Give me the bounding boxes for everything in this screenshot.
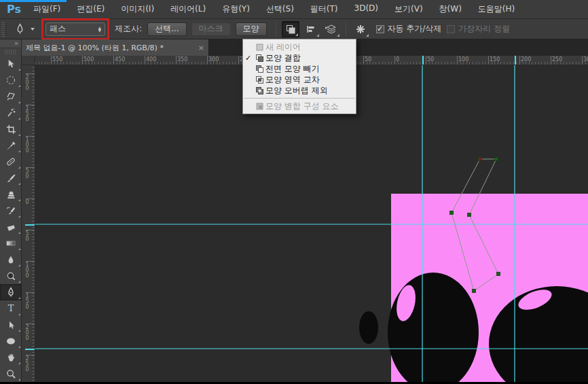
options-bar: 패스 ▲▼ 제조사: 선택... 마스크 모양 ✓ 자동 추가/ [0,19,588,39]
flyout-corner-icon [18,281,20,283]
flyout-corner-icon [18,85,20,87]
path-anchor [479,158,482,161]
gradient-tool[interactable] [0,235,22,251]
blur-tool[interactable] [0,251,22,268]
tools-panel: » T [0,39,22,384]
path-operations-menu: 새 레이어✓모양 결합전면 모양 빼기모양 영역 교차모양 오버랩 제외모양 병… [242,39,356,114]
tool-preset-caret-icon[interactable] [31,28,35,31]
checkbox-unchecked-icon [447,25,455,33]
window-accent-strip [0,0,67,2]
h-ruler-label: 450 [115,56,125,63]
collapse-panel-button[interactable]: » [0,39,21,48]
flyout-corner-icon [18,167,20,169]
ruler-corner[interactable] [22,56,35,65]
align-icon[interactable] [302,21,320,37]
elliptical-marquee-tool[interactable] [0,72,22,88]
flyout-corner-icon [18,150,20,152]
auto-add-delete-option[interactable]: ✓ 자동 추가/삭제 [376,23,442,35]
path-anchor [495,158,498,161]
intersect-shape-areas-icon [253,75,265,84]
hand-tool[interactable] [0,349,22,366]
menu-item-4[interactable]: 유형(Y) [222,3,250,15]
dodge-tool[interactable] [0,268,22,284]
spot-healing-brush-tool[interactable] [0,154,22,170]
h-ruler-label: 100 [458,56,468,63]
pen-icon[interactable] [10,21,29,37]
combine-shapes-icon [253,54,265,63]
h-ruler-label: 250 [552,56,562,63]
menu-item-3[interactable]: 레이어(L) [170,3,206,15]
clone-stamp-tool[interactable] [0,186,22,203]
path-anchor [468,213,471,217]
magic-wand-tool[interactable] [0,105,22,121]
menu-item-9[interactable]: 창(W) [439,3,462,15]
menu-item-1[interactable]: 편집(E) [77,3,105,15]
eyedropper-tool[interactable] [0,137,22,154]
v-ruler-label: 50 [24,169,30,179]
flyout-corner-icon [18,101,20,103]
red-highlight-box: 패스 ▲▼ [41,18,109,40]
v-ruler-label: 100 [24,262,30,279]
menu-item-3[interactable]: 모양 영역 교차 [243,74,356,85]
flyout-corner-icon [18,183,20,185]
v-ruler-label: 150 [24,294,30,310]
menu-item-2[interactable]: 이미지(I) [121,3,154,15]
path-anchor [473,290,476,293]
path-selection-tool[interactable] [0,317,22,333]
auto-add-delete-label: 자동 추가/삭제 [388,23,442,35]
tool-mode-select[interactable]: 패스 ▲▼ [45,22,105,36]
photoshop-logo: Ps [7,3,21,16]
flyout-corner-icon [18,118,20,120]
new-layer-icon [253,43,265,52]
svg-text:T: T [8,304,14,313]
gear-icon[interactable] [352,21,369,37]
menu-item-1[interactable]: ✓모양 결합 [243,52,356,63]
menu-item-0: 새 레이어 [243,41,356,52]
menu-item-label: 새 레이어 [265,41,301,53]
document-tab[interactable]: 제목 없음-1 @ 100% (타원 1, RGB/8) * × [22,39,209,56]
select-button[interactable]: 선택... [147,22,186,36]
h-ruler-label: 300 [583,56,588,63]
brush-tool[interactable] [0,170,22,186]
merge-shape-components-icon [253,102,265,111]
menu-item-2[interactable]: 전면 모양 빼기 [243,63,356,74]
menu-item-7[interactable]: 3D(D) [354,3,378,15]
history-brush-tool[interactable] [0,203,22,219]
v-ruler-label: 50 [24,231,30,242]
menu-item-8[interactable]: 보기(V) [394,3,423,15]
h-ruler-label: 0 [396,56,399,63]
flyout-corner-icon [18,232,20,234]
lasso-tool[interactable] [0,88,22,105]
close-icon[interactable]: × [198,43,204,52]
h-ruler-label: 350 [177,56,187,63]
menu-item-10[interactable]: 도움말(H) [478,3,515,15]
vertical-ruler[interactable]: 20015010050050100150200250300 [22,65,35,384]
h-ruler-label: 300 [208,56,219,63]
photoshop-window: Ps 파일(F)편집(E)이미지(I)레이어(L)유형(Y)선택(S)필터(T)… [0,0,588,384]
align-edges-option: 가장자리 정렬 [447,23,510,35]
guide-marker [25,224,35,226]
menu-item-0[interactable]: 파일(F) [33,3,60,15]
shape-button[interactable]: 모양 [236,22,267,36]
menu-items: 파일(F)편집(E)이미지(I)레이어(L)유형(Y)선택(S)필터(T)3D(… [33,3,531,15]
flyout-corner-icon [18,330,20,332]
zoom-tool[interactable] [0,366,22,382]
tool-mode-value: 패스 [50,23,66,35]
tools-grip[interactable] [5,50,16,54]
arrange-icon[interactable] [323,21,340,37]
menu-item-4[interactable]: 모양 오버랩 제외 [243,85,356,96]
checkbox-checked-icon[interactable]: ✓ [376,25,384,33]
menu-item-6[interactable]: 필터(T) [310,3,338,15]
v-ruler-label: 100 [24,137,30,154]
menu-bar: Ps 파일(F)편집(E)이미지(I)레이어(L)유형(Y)선택(S)필터(T)… [0,0,588,19]
guide-marker [515,56,516,65]
options-grip[interactable] [1,22,6,37]
menu-item-5[interactable]: 선택(S) [266,3,294,15]
pen-tool[interactable] [0,284,22,300]
eraser-tool[interactable] [0,219,22,235]
crop-tool[interactable] [0,121,22,137]
ellipse-tool[interactable] [0,333,22,349]
type-tool[interactable]: T [0,300,22,317]
combine-shapes-icon[interactable] [282,21,299,37]
move-tool[interactable] [0,56,22,72]
